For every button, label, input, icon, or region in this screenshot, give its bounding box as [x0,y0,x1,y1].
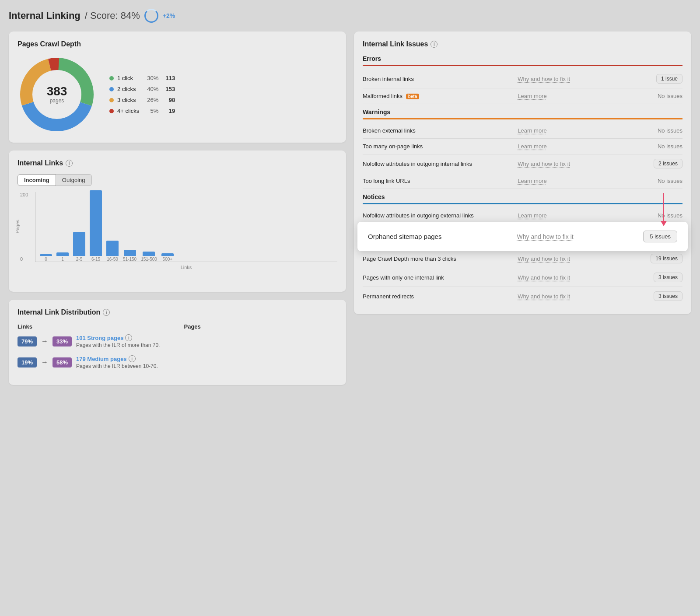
orphan-link[interactable]: Why and how to fix it [517,233,574,240]
score-change: +2% [163,12,175,19]
dist-info-1: 101 Strong pages i Pages with the ILR of… [76,334,337,348]
issue-nofollow-outgoing: Nofollow attributes in outgoing internal… [363,154,682,173]
internal-links-tabs: Incoming Outgoing [18,174,337,186]
long-urls-status: No issues [648,178,682,184]
page-title: Internal Linking [9,10,80,21]
notices-divider [363,203,682,204]
broken-external-status: No issues [648,127,682,134]
errors-divider [363,65,682,66]
main-layout: Pages Crawl Depth 383 pages [9,32,691,385]
bar-2-5-fill [73,232,85,256]
legend-item-4clicks: 4+ clicks 5% 19 [109,108,175,114]
too-many-links-link[interactable]: Learn more [518,143,546,150]
broken-external-link[interactable]: Learn more [518,127,546,134]
bar-151-500: 151-500 [141,252,157,262]
y-axis-label: Pages [15,220,20,233]
bar-1: 1 [56,252,69,262]
crawl-depth-badge[interactable]: 19 issues [651,254,682,263]
redirects-badge[interactable]: 3 issues [654,291,682,301]
right-column: Internal Link Issues i Errors Broken int… [354,32,691,314]
crawl-depth-link[interactable]: Why and how to fix it [518,256,570,262]
redirects-link[interactable]: Why and how to fix it [518,293,570,300]
issues-card: Internal Link Issues i Errors Broken int… [354,32,691,314]
issue-broken-internal: Broken internal links Why and how to fix… [363,70,682,88]
issue-nofollow-external: Nofollow attributes in outgoing external… [363,208,682,224]
score-circle-icon [144,9,158,23]
donut-section: 383 pages 1 click 30% 113 2 clicks [18,55,337,134]
crawl-depth-legend: 1 click 30% 113 2 clicks 40% 153 3 click… [109,75,175,114]
issue-too-many-links: Too many on-page links Learn more No iss… [363,139,682,154]
dist-page-link-1[interactable]: 101 Strong pages i [76,334,337,341]
crawl-depth-card: Pages Crawl Depth 383 pages [9,32,346,143]
dist-link-pct-1: 79% [18,336,37,346]
issues-info-icon[interactable]: i [430,41,438,48]
dist-page-desc-2: Pages with the ILR between 10-70. [76,363,337,369]
issue-malformed-links: Malformed links beta Learn more No issue… [363,88,682,104]
distribution-info-icon[interactable]: i [103,309,110,316]
bar-1-fill [56,252,69,256]
bar-500plus: 500+ [161,253,174,262]
distribution-header: Links Pages [18,323,337,330]
one-link-link[interactable]: Why and how to fix it [518,274,570,281]
legend-dot-2clicks [109,87,114,91]
nofollow-external-link[interactable]: Learn more [518,212,546,219]
bar-6-15: 6-15 [90,190,102,262]
nofollow-outgoing-link[interactable]: Why and how to fix it [518,161,570,167]
issue-broken-external: Broken external links Learn more No issu… [363,123,682,139]
one-link-badge[interactable]: 3 issues [654,273,682,282]
bar-16-50-fill [106,241,119,256]
x-axis-label: Links [35,265,337,270]
arrow-indicator [663,193,664,222]
medium-pages-info-icon[interactable]: i [129,355,136,362]
bar-2-5: 2-5 [73,232,85,262]
warnings-divider [363,118,682,119]
bar-500plus-fill [161,253,174,256]
legend-item-3clicks: 3 clicks 26% 98 [109,97,175,103]
internal-links-title: Internal Links i [18,159,337,167]
strong-pages-info-icon[interactable]: i [125,334,132,341]
bar-16-50: 16-50 [106,241,119,262]
crawl-depth-title: Pages Crawl Depth [18,40,337,48]
bar-0-fill [40,254,52,256]
dist-arrow-1: → [41,337,48,345]
long-urls-link[interactable]: Learn more [518,178,546,184]
bar-chart-container: Pages 200 0 0 1 [18,192,337,283]
too-many-links-status: No issues [648,143,682,150]
malformed-links-link[interactable]: Learn more [518,93,546,99]
section-label-warnings: Warnings [363,108,682,116]
legend-item-1click: 1 click 30% 113 [109,75,175,81]
orphan-name: Orphaned sitemap pages [368,233,510,240]
dist-row-1: 79% → 33% 101 Strong pages i Pages with … [18,334,337,348]
issue-one-internal-link: Pages with only one internal link Why an… [363,268,682,287]
bar-6-15-fill [90,190,102,256]
issues-title: Internal Link Issues i [363,40,682,48]
tab-incoming[interactable]: Incoming [18,174,56,186]
legend-dot-3clicks [109,98,114,102]
broken-internal-badge[interactable]: 1 issue [656,74,682,84]
internal-links-card: Internal Links i Incoming Outgoing Pages… [9,150,346,292]
page-header: Internal Linking / Score: 84% +2% [9,9,691,23]
orphan-overlay: Orphaned sitemap pages Why and how to fi… [357,222,688,251]
donut-center: 383 pages [47,85,67,104]
broken-internal-link[interactable]: Why and how to fix it [518,76,570,82]
issue-crawl-depth-3: Page Crawl Depth more than 3 clicks Why … [363,249,682,268]
internal-links-info-icon[interactable]: i [66,160,73,167]
bar-151-500-fill [143,252,155,256]
dist-info-2: 179 Medium pages i Pages with the ILR be… [76,355,337,369]
section-label-notices: Notices [363,193,682,200]
nofollow-outgoing-badge[interactable]: 2 issues [654,159,682,168]
tab-outgoing[interactable]: Outgoing [56,174,92,186]
orphan-badge[interactable]: 5 issues [643,231,677,242]
nofollow-external-status: No issues [648,212,682,219]
dist-page-link-2[interactable]: 179 Medium pages i [76,355,337,362]
dist-row-2: 19% → 58% 179 Medium pages i Pages with … [18,355,337,369]
dist-link-pct-2: 19% [18,357,37,368]
legend-dot-4clicks [109,109,114,113]
dist-arrow-2: → [41,358,48,366]
bar-chart: 200 0 0 1 2-5 [35,192,337,262]
legend-item-2clicks: 2 clicks 40% 153 [109,86,175,92]
donut-label: pages [47,98,67,104]
dist-page-pct-2: 58% [52,357,72,368]
distribution-title: Internal Link Distribution i [18,308,337,316]
issue-long-urls: Too long link URLs Learn more No issues [363,173,682,189]
